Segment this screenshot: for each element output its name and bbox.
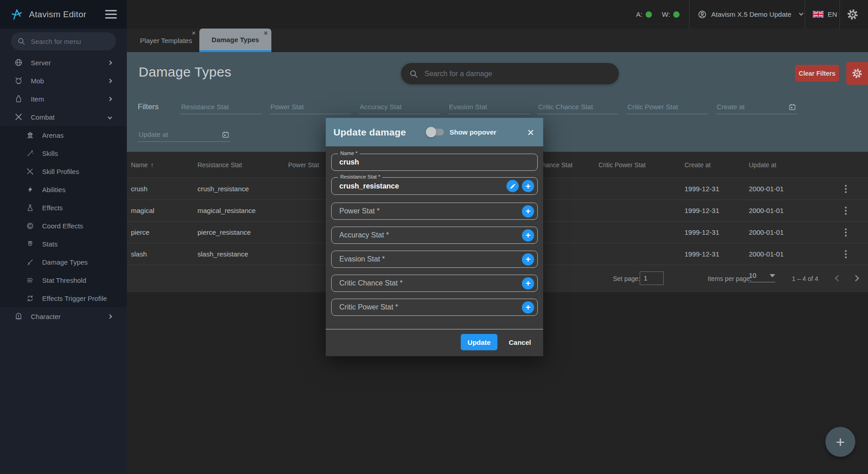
status-a-dot — [646, 11, 652, 18]
edit-resistance-stat-button[interactable] — [506, 180, 519, 192]
dropdown-arrow-icon — [770, 274, 775, 277]
sidebar-item-coord-effects[interactable]: Coord Effects — [0, 217, 127, 235]
row-actions-menu-icon[interactable] — [833, 205, 858, 217]
tab-damage-types[interactable]: Damage Types × — [199, 29, 271, 52]
resistance-stat-field[interactable]: Resistance Stat * + — [331, 177, 538, 195]
set-page-label: Set page: — [613, 275, 640, 282]
add-accuracy-stat-button[interactable]: + — [522, 229, 534, 242]
tab-player-templates[interactable]: Player Templates × — [133, 29, 199, 52]
row-actions-menu-icon[interactable] — [833, 183, 858, 195]
chevron-down-icon — [799, 11, 803, 16]
gear-icon — [847, 9, 858, 20]
sidebar-item-abilities[interactable]: Abilities — [0, 180, 127, 198]
sidebar-item-damage-types[interactable]: Damage Types — [0, 253, 127, 271]
bag-icon — [14, 95, 23, 103]
status-w-label: W: — [662, 10, 670, 18]
language-switcher[interactable]: EN — [813, 0, 837, 29]
evasion-stat-field[interactable]: + — [331, 251, 538, 268]
set-page-input[interactable] — [640, 271, 664, 285]
critic-chance-stat-field[interactable]: + — [331, 275, 538, 292]
close-tab-icon[interactable]: × — [192, 29, 196, 36]
critic-chance-stat-input[interactable] — [338, 279, 522, 288]
menu-toggle-icon[interactable] — [105, 8, 117, 21]
items-per-page-select[interactable]: 10 — [749, 271, 775, 282]
name-input[interactable] — [338, 158, 537, 167]
filter-resistance-stat[interactable] — [180, 96, 262, 114]
previous-page-button[interactable] — [835, 275, 841, 281]
server-status-a: A: — [636, 0, 652, 29]
filter-create-at[interactable] — [716, 96, 797, 114]
evasion-stat-input[interactable] — [338, 255, 522, 264]
sidebar-item-server[interactable]: Server — [0, 53, 127, 72]
add-damage-type-button[interactable]: + — [825, 427, 855, 457]
accuracy-stat-input[interactable] — [338, 231, 522, 240]
power-stat-field[interactable]: + — [331, 203, 538, 220]
resistance-stat-input[interactable] — [338, 182, 506, 191]
lightning-icon — [26, 186, 34, 193]
next-page-button[interactable] — [853, 275, 859, 281]
sidebar-item-mob[interactable]: Mob — [0, 72, 127, 90]
sidebar-item-combat[interactable]: Combat — [0, 108, 127, 126]
sidebar-item-effects[interactable]: Effects — [0, 198, 127, 217]
sidebar-item-arenas[interactable]: Arenas — [0, 126, 127, 144]
add-power-stat-button[interactable]: + — [522, 205, 534, 218]
column-header-resistance[interactable]: Resistance Stat — [193, 161, 284, 169]
crossed-swords-icon — [14, 113, 23, 121]
critic-power-stat-input[interactable] — [338, 303, 522, 312]
uk-flag-icon — [813, 11, 824, 18]
calendar-icon[interactable] — [222, 131, 230, 139]
sync-icon — [26, 295, 34, 302]
add-evasion-stat-button[interactable]: + — [522, 253, 534, 266]
sidebar-search[interactable] — [11, 32, 116, 50]
sidebar-item-item[interactable]: Item — [0, 90, 127, 108]
add-critic-power-stat-button[interactable]: + — [522, 301, 534, 314]
items-per-page-label: Items per page: — [708, 275, 752, 282]
column-header-name[interactable]: Name↑ — [127, 161, 193, 169]
filter-settings-button[interactable] — [846, 62, 868, 85]
clear-filters-button[interactable]: Clear Filters — [795, 65, 839, 82]
damage-search-input[interactable] — [424, 69, 611, 78]
sidebar-item-skills[interactable]: Skills — [0, 144, 127, 162]
damage-search[interactable] — [401, 63, 619, 84]
sidebar: Server Mob Item Combat Arenas Skills — [0, 29, 127, 474]
language-label: EN — [828, 10, 837, 18]
filter-critic-chance-stat[interactable] — [537, 96, 619, 114]
add-critic-chance-stat-button[interactable]: + — [522, 277, 534, 290]
column-header-critic-power[interactable]: Critic Power Stat — [594, 161, 680, 169]
plus-icon: + — [526, 302, 530, 312]
close-tab-icon[interactable]: × — [264, 29, 268, 36]
calendar-icon[interactable] — [788, 103, 796, 111]
filter-power-stat[interactable] — [270, 96, 351, 114]
settings-button[interactable] — [847, 0, 858, 29]
name-field[interactable]: Name * — [331, 154, 538, 171]
sidebar-item-character[interactable]: Character — [0, 307, 127, 325]
column-header-create-at[interactable]: Create at — [680, 161, 745, 169]
account-menu[interactable]: Atavism X.5 Demo Update — [698, 0, 803, 29]
power-stat-input[interactable] — [338, 207, 522, 216]
sidebar-search-input[interactable] — [30, 37, 122, 46]
mob-skull-icon — [14, 77, 23, 85]
status-w-dot — [673, 11, 680, 18]
top-bar: Atavism Editor A: W: Atavism X.5 Demo Up… — [0, 0, 868, 29]
server-status-w: W: — [662, 0, 680, 29]
column-header-update-at[interactable]: Update at — [745, 161, 829, 169]
close-dialog-icon[interactable]: × — [527, 127, 534, 138]
filter-evasion-stat[interactable] — [448, 96, 530, 114]
accuracy-stat-field[interactable]: + — [331, 227, 538, 244]
add-resistance-stat-button[interactable]: + — [522, 180, 534, 192]
sidebar-item-skill-profiles[interactable]: Skill Profiles — [0, 162, 127, 180]
sidebar-item-stats[interactable]: Stats — [0, 235, 127, 253]
critic-power-stat-field[interactable]: + — [331, 299, 538, 316]
row-actions-menu-icon[interactable] — [833, 248, 858, 260]
sidebar-item-stat-threshold[interactable]: Stat Threshold — [0, 271, 127, 289]
cancel-button[interactable]: Cancel — [506, 334, 533, 350]
filter-critic-power-stat[interactable] — [627, 96, 708, 114]
row-actions-menu-icon[interactable] — [833, 227, 858, 238]
filter-update-at[interactable] — [138, 124, 231, 142]
update-button[interactable]: Update — [461, 334, 497, 350]
show-popover-toggle[interactable] — [427, 129, 444, 135]
chevron-down-icon — [108, 115, 112, 119]
plus-icon: + — [526, 230, 530, 240]
sidebar-item-effects-trigger-profile[interactable]: Effects Trigger Profile — [0, 289, 127, 307]
filter-accuracy-stat[interactable] — [359, 96, 440, 114]
